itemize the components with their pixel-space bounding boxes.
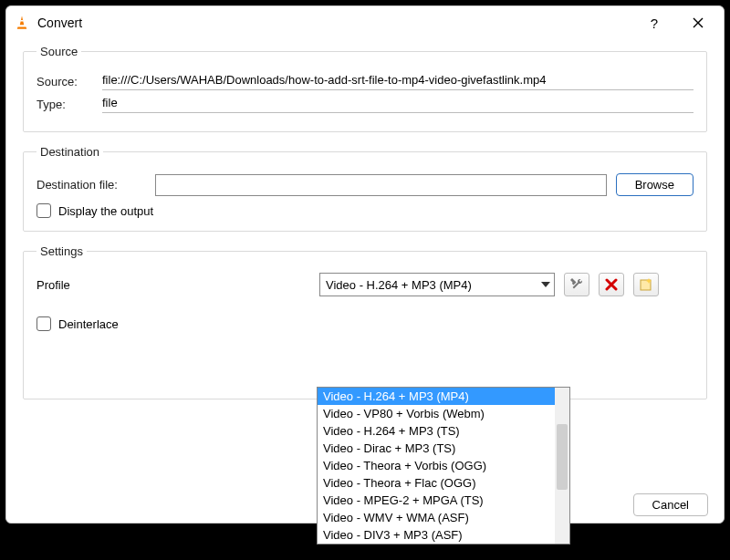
destination-file-label: Destination file: <box>36 178 146 192</box>
tools-icon <box>569 277 584 292</box>
source-value: file:///C:/Users/WAHAB/Downloads/how-to-… <box>102 73 694 90</box>
settings-legend: Settings <box>36 244 87 258</box>
display-output-label: Display the output <box>58 204 153 218</box>
settings-group: Settings Profile Video - H.264 + MP3 (MP… <box>23 244 707 399</box>
profile-selected: Video - H.264 + MP3 (MP4) <box>326 278 472 292</box>
delete-profile-button[interactable] <box>599 273 624 296</box>
profile-option[interactable]: Video - Theora + Flac (OGG) <box>318 474 569 492</box>
dialog-buttons: Start Cancel <box>555 493 708 516</box>
profile-option[interactable]: Video - WMV + WMA (ASF) <box>318 509 569 526</box>
browse-button[interactable]: Browse <box>616 173 694 196</box>
window-title: Convert <box>37 16 82 30</box>
edit-profile-button[interactable] <box>564 273 589 296</box>
titlebar: Convert ? <box>6 6 724 39</box>
dropdown-scrollbar[interactable] <box>555 388 569 544</box>
help-button[interactable]: ? <box>636 8 673 37</box>
close-button[interactable] <box>680 8 716 37</box>
source-legend: Source <box>36 45 81 58</box>
source-group: Source Source: file:///C:/Users/WAHAB/Do… <box>23 45 707 132</box>
profile-option[interactable]: Video - Theora + Vorbis (OGG) <box>318 457 569 474</box>
new-profile-icon <box>639 277 653 292</box>
display-output-checkbox[interactable] <box>36 203 51 218</box>
cancel-button[interactable]: Cancel <box>633 493 708 516</box>
delete-icon <box>605 278 618 291</box>
profile-option[interactable]: Video - MPEG-2 + MPGA (TS) <box>318 492 569 509</box>
profile-option[interactable]: Video - DIV3 + MP3 (ASF) <box>318 526 569 544</box>
deinterlace-checkbox[interactable] <box>36 316 51 331</box>
destination-file-input[interactable] <box>155 174 607 196</box>
type-value: file <box>102 96 694 113</box>
profile-dropdown[interactable]: Video - H.264 + MP3 (MP4)Video - VP80 + … <box>317 387 570 544</box>
profile-label: Profile <box>36 278 310 292</box>
profile-option[interactable]: Video - VP80 + Vorbis (Webm) <box>318 405 569 422</box>
chevron-down-icon <box>541 282 550 287</box>
new-profile-button[interactable] <box>633 273 659 296</box>
source-label: Source: <box>36 75 93 88</box>
profile-option[interactable]: Video - Dirac + MP3 (TS) <box>318 440 569 457</box>
destination-legend: Destination <box>36 145 103 159</box>
profile-option[interactable]: Video - H.264 + MP3 (MP4) <box>318 388 569 405</box>
profile-combobox[interactable]: Video - H.264 + MP3 (MP4) <box>319 273 555 296</box>
profile-option[interactable]: Video - H.264 + MP3 (TS) <box>318 422 569 440</box>
deinterlace-label: Deinterlace <box>58 317 119 331</box>
destination-group: Destination Destination file: Browse Dis… <box>23 145 707 232</box>
close-icon <box>692 16 704 29</box>
scrollbar-thumb[interactable] <box>557 424 568 490</box>
type-label: Type: <box>36 98 93 111</box>
vlc-cone-icon <box>14 15 30 31</box>
